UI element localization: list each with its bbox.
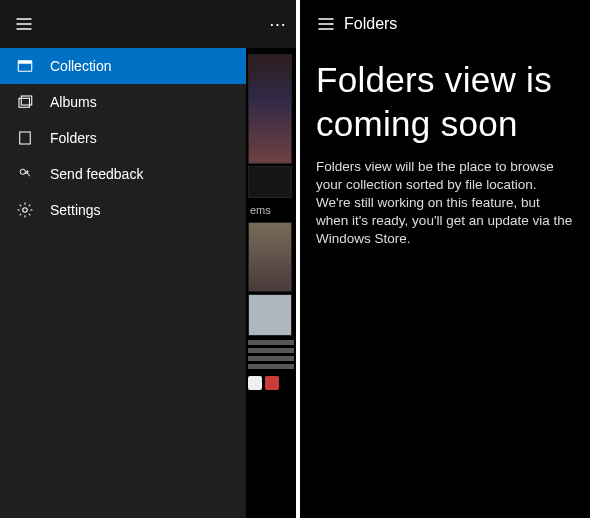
svg-rect-4 — [20, 132, 31, 144]
svg-rect-2 — [19, 98, 30, 107]
right-topbar: Folders — [300, 0, 590, 48]
right-body: Folders view is coming soon Folders view… — [300, 48, 590, 249]
collection-icon — [14, 55, 36, 77]
left-topbar: ⋯ — [0, 0, 296, 48]
svg-rect-3 — [21, 96, 32, 105]
body-text: Folders view will be the place to browse… — [316, 158, 574, 249]
page-title: Folders — [344, 15, 397, 33]
sidebar-item-feedback[interactable]: Send feedback — [0, 156, 246, 192]
svg-rect-1 — [18, 61, 32, 64]
photos-app-left: ⋯ Collection Albums Folders Send — [0, 0, 296, 518]
svg-point-6 — [23, 208, 28, 213]
more-button[interactable]: ⋯ — [260, 0, 296, 48]
sidebar-item-label: Collection — [50, 58, 111, 74]
thumbnail[interactable] — [248, 54, 292, 164]
headline: Folders view is coming soon — [316, 58, 574, 146]
sidebar-item-label: Folders — [50, 130, 97, 146]
sidebar-item-folders[interactable]: Folders — [0, 120, 246, 156]
thumbnail[interactable] — [248, 166, 292, 198]
sidebar-item-collection[interactable]: Collection — [0, 48, 246, 84]
sidebar-item-albums[interactable]: Albums — [0, 84, 246, 120]
app-divider — [296, 0, 300, 518]
thumbnail-bars — [246, 338, 296, 369]
thumbnail[interactable] — [248, 222, 292, 292]
sidebar-item-settings[interactable]: Settings — [0, 192, 246, 228]
sidebar: Collection Albums Folders Send feedback — [0, 48, 246, 518]
hamburger-icon — [14, 14, 34, 34]
sidebar-item-label: Settings — [50, 202, 101, 218]
hamburger-button[interactable] — [0, 0, 48, 48]
ellipsis-icon: ⋯ — [269, 14, 287, 35]
settings-icon — [14, 199, 36, 221]
feedback-icon — [14, 163, 36, 185]
hamburger-button[interactable] — [308, 0, 344, 48]
sidebar-item-label: Albums — [50, 94, 97, 110]
content-peek: ems — [246, 48, 296, 518]
svg-point-5 — [20, 169, 25, 174]
thumbnail[interactable] — [248, 294, 292, 336]
sidebar-item-label: Send feedback — [50, 166, 143, 182]
hamburger-icon — [316, 14, 336, 34]
photos-app-right: Folders Folders view is coming soon Fold… — [300, 0, 590, 518]
albums-icon — [14, 91, 36, 113]
peek-label: ems — [246, 200, 296, 220]
folders-icon — [14, 127, 36, 149]
thumbnail-row — [246, 372, 296, 390]
